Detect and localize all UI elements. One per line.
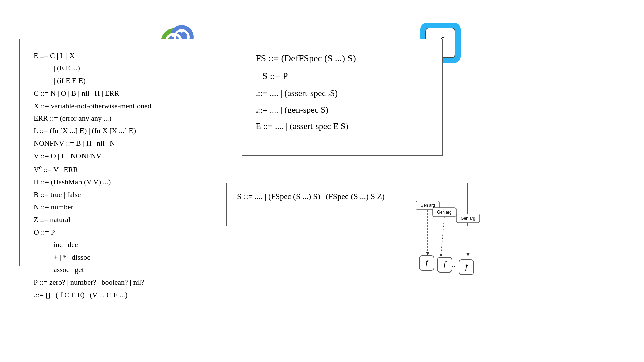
grammar-line-6: ERR ::= (error any any ...) (34, 112, 203, 124)
right-top-grammar-box: FS ::= (DefFSpec (S ...) S) S ::= P 𝅈 ::… (241, 39, 443, 156)
diagram-svg: Gen arg Gen arg Gen arg f f f ··· (416, 201, 503, 278)
svg-point-5 (180, 29, 183, 33)
rt-line-2: S ::= P (256, 67, 429, 85)
grammar-line-12: B ::= true | false (34, 188, 203, 201)
grammar-line-16: | inc | dec (34, 238, 203, 251)
svg-text:Gen arg: Gen arg (461, 216, 475, 221)
svg-point-4 (172, 33, 176, 37)
grammar-line-9: V ::= O | L | NONFNV (34, 149, 203, 162)
grammar-line-3: | (if E E E) (34, 74, 203, 87)
svg-marker-17 (466, 253, 470, 256)
svg-text:Gen arg: Gen arg (437, 210, 451, 215)
grammar-line-20: 𝅈 ::= [] | (if C E E) | (V ... C E ...) (34, 289, 203, 301)
grammar-line-4: C ::= N | O | B | nil | H | ERR (34, 87, 203, 99)
grammar-line-13: N ::= number (34, 201, 203, 213)
svg-marker-15 (439, 254, 443, 257)
grammar-line-18: | assoc | get (34, 263, 203, 276)
svg-line-14 (441, 217, 444, 255)
grammar-line-19: P ::= zero? | number? | boolean? | nil? (34, 276, 203, 288)
left-grammar-box: E ::= C | L | X | (E E ...) | (if E E E)… (19, 39, 217, 266)
svg-text:Gen arg: Gen arg (420, 203, 435, 208)
grammar-line-1: E ::= C | L | X (34, 49, 203, 62)
grammar-line-14: Z ::= natural (34, 213, 203, 226)
svg-text:···: ··· (450, 263, 455, 269)
grammar-line-11: H ::= (HashMap (V V) ...) (34, 176, 203, 188)
rt-line-1: FS ::= (DefFSpec (S ...) S) (256, 49, 429, 67)
rt-line-5: E ::= .... | (assert-spec E S) (256, 118, 429, 134)
grammar-line-15: O ::= P (34, 226, 203, 238)
grammar-line-8: NONFNV ::= B | H | nil | N (34, 137, 203, 149)
rt-line-4: 𝅈 ::= .... | (gen-spec S) (256, 102, 429, 118)
grammar-line-5: X ::= variable-not-otherwise-mentioned (34, 100, 203, 112)
grammar-line-7: L ::= (fn [X ...] E) | (fn X [X ...] E) (34, 124, 203, 137)
rt-line-3: 𝅈 ::= .... | (assert-spec 𝅈 S) (256, 85, 429, 101)
grammar-line-10: Ve ::= V | ERR (34, 162, 203, 176)
grammar-line-17: | + | * | dissoc (34, 251, 203, 263)
grammar-line-2: | (E E ...) (34, 62, 203, 74)
svg-marker-13 (426, 252, 429, 255)
